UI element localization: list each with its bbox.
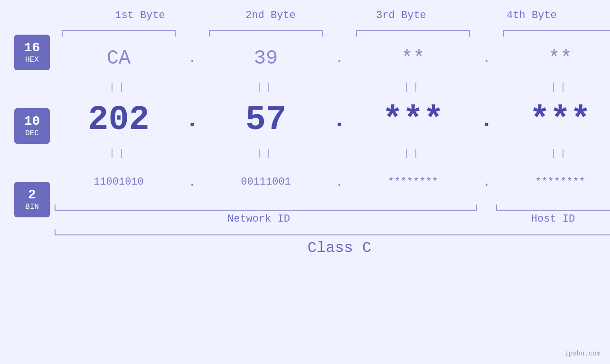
- eq2-b3: ||: [356, 148, 470, 159]
- dec-dot3: .: [477, 107, 496, 133]
- network-bracket-left: [55, 205, 183, 211]
- bin-dot3: .: [477, 175, 496, 189]
- equals-row2: || || || ||: [55, 144, 610, 163]
- hex-badge-num: 16: [24, 41, 40, 56]
- dec-dot1: .: [183, 107, 202, 133]
- eq1-b4: ||: [503, 82, 610, 93]
- byte2-header: 2nd Byte: [214, 9, 328, 21]
- eq2-b4: ||: [503, 148, 610, 159]
- hex-byte4: **: [503, 47, 610, 70]
- host-bracket: [496, 205, 610, 211]
- dec-byte4: ***: [503, 101, 610, 140]
- class-bracket-row: [55, 229, 610, 235]
- bin-byte1: 11001010: [62, 176, 176, 188]
- left-badges: 16 HEX 10 DEC 2 BIN: [0, 25, 50, 364]
- hex-byte1: CA: [62, 47, 176, 70]
- dec-dot2: .: [330, 107, 349, 133]
- data-grid: CA . 39 . ** . ** || || || || 202: [50, 25, 610, 364]
- bracket-byte2-top: [209, 30, 323, 37]
- byte4-header: 4th Byte: [475, 9, 589, 21]
- hex-byte2: 39: [209, 47, 323, 70]
- bracket-byte1-top: [62, 30, 176, 37]
- bin-byte3: ********: [356, 176, 470, 188]
- bracket-byte4-top: [503, 30, 610, 37]
- eq2-b1: ||: [62, 148, 176, 159]
- byte3-header: 3rd Byte: [344, 9, 458, 21]
- bin-badge-num: 2: [28, 188, 36, 203]
- network-bracket-mid: [183, 205, 349, 211]
- top-brackets-row: [55, 30, 610, 37]
- dec-byte2: 57: [209, 101, 323, 140]
- dec-badge-num: 10: [24, 114, 40, 129]
- dec-badge-label: DEC: [25, 129, 39, 138]
- bracket-byte3-top: [356, 30, 470, 37]
- hex-byte3: **: [356, 47, 470, 70]
- nh-label-spacer: [463, 213, 482, 225]
- bin-dot2: .: [330, 175, 349, 189]
- dec-byte3: ***: [356, 101, 470, 140]
- main-container: 1st Byte 2nd Byte 3rd Byte 4th Byte 16 H…: [0, 0, 610, 364]
- byte1-header: 1st Byte: [83, 9, 197, 21]
- equals-row1: || || || ||: [55, 77, 610, 96]
- eq2-b2: ||: [209, 148, 323, 159]
- network-id-label: Network ID: [55, 213, 463, 225]
- watermark: ipshu.com: [564, 350, 601, 357]
- host-id-label: Host ID: [489, 213, 610, 225]
- bin-byte2: 00111001: [209, 176, 323, 188]
- bin-badge-label: BIN: [25, 203, 39, 211]
- hex-dot2: .: [330, 51, 349, 66]
- bin-row: 11001010 . 00111001 . ******** . *******…: [55, 163, 610, 201]
- dec-byte1: 202: [62, 101, 176, 140]
- eq1-b2: ||: [209, 82, 323, 93]
- hex-badge: 16 HEX: [14, 35, 50, 70]
- network-host-bracket-row: [55, 205, 610, 211]
- hex-dot1: .: [183, 51, 202, 66]
- eq1-b3: ||: [356, 82, 470, 93]
- dec-row: 202 . 57 . *** . ***: [55, 96, 610, 144]
- network-host-labels: Network ID Host ID: [55, 213, 610, 225]
- hex-row: CA . 39 . ** . **: [55, 39, 610, 77]
- hex-dot3: .: [477, 51, 496, 66]
- class-bracket: [55, 229, 610, 235]
- host-bracket-box: [496, 205, 610, 211]
- bin-byte4: ********: [503, 176, 610, 188]
- class-label: Class C: [55, 239, 610, 257]
- network-bracket-right: [349, 205, 477, 211]
- dec-badge: 10 DEC: [14, 108, 50, 144]
- eq1-b1: ||: [62, 82, 176, 93]
- bin-dot1: .: [183, 175, 202, 189]
- network-bracket: [55, 205, 477, 211]
- byte-headers: 1st Byte 2nd Byte 3rd Byte 4th Byte: [75, 9, 597, 21]
- hex-badge-label: HEX: [25, 56, 39, 64]
- bin-badge: 2 BIN: [14, 182, 50, 217]
